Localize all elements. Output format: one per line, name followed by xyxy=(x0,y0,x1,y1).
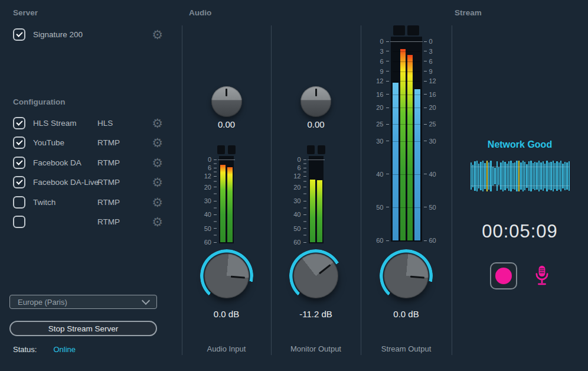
waveform-bar xyxy=(510,161,511,191)
meter-bar xyxy=(227,160,233,242)
meter-fill xyxy=(227,165,233,242)
waveform-bar xyxy=(480,162,481,190)
meter-minor-tick xyxy=(303,235,306,236)
meter-minor-tick xyxy=(214,172,217,173)
waveform-bar xyxy=(564,162,566,190)
server-gear-icon[interactable]: ⚙ xyxy=(152,28,163,41)
meter-fill xyxy=(393,81,398,240)
meter-tick: 0 xyxy=(424,38,433,45)
config-checkbox-empty[interactable] xyxy=(13,216,25,228)
stream-panel: Network Good 00:05:09 xyxy=(452,0,588,371)
meter-zero-line xyxy=(308,160,325,160)
waveform-gridline xyxy=(471,186,570,186)
meter-bar xyxy=(317,160,322,242)
waveform-bar xyxy=(518,161,520,191)
meter-tick: 40 xyxy=(424,171,436,178)
audio-input-gain-knob[interactable] xyxy=(211,86,242,117)
meter-tick: 3 xyxy=(424,48,433,55)
waveform-gridline xyxy=(471,167,570,167)
channel-name-label: Stream Output xyxy=(361,344,452,353)
meter-tick: 12 xyxy=(293,173,306,180)
waveform-bar xyxy=(516,161,517,191)
meter-tick: 50 xyxy=(424,204,436,211)
meter-tick: 60 xyxy=(376,237,388,244)
meter-tick: 6 xyxy=(424,58,433,65)
config-checkbox-facebook-da-live[interactable] xyxy=(13,176,25,188)
config-checkbox-youtube[interactable] xyxy=(13,136,25,149)
status-value: Online xyxy=(53,345,76,354)
status-label: Status: xyxy=(13,345,37,354)
monitor-output-volume-knob[interactable] xyxy=(293,253,338,298)
monitor-output-gain-knob[interactable] xyxy=(300,86,331,117)
meter-tick: 9 xyxy=(380,68,388,75)
gear-icon[interactable]: ⚙ xyxy=(152,117,163,129)
config-checkbox-twitch[interactable] xyxy=(13,196,25,209)
meter-tick: 20 xyxy=(424,104,436,111)
meter-tick: 25 xyxy=(424,121,436,128)
monitor-output-volume-value: -11.2 dB xyxy=(271,309,361,319)
audio-input-volume-value: 0.0 dB xyxy=(182,309,271,319)
meter-tick: 16 xyxy=(376,91,388,98)
meter-tick: 0 xyxy=(208,156,217,163)
config-label: Twitch xyxy=(33,198,55,207)
meter-tick: 0 xyxy=(297,156,306,163)
knob-pointer xyxy=(211,86,242,117)
stop-stream-server-button[interactable]: Stop Stream Server xyxy=(9,321,157,336)
audio-input-gain-value: 0.00 xyxy=(182,119,271,129)
monitor-output-gain-value: 0.00 xyxy=(271,119,361,129)
meter-tick: 0 xyxy=(380,38,388,45)
meter-bar xyxy=(220,160,226,242)
gear-icon[interactable]: ⚙ xyxy=(152,136,163,149)
audio-input-volume-knob[interactable] xyxy=(204,253,249,298)
config-protocol: HLS xyxy=(97,119,113,128)
meter-fill xyxy=(220,163,226,242)
config-checkbox-facebook-da[interactable] xyxy=(13,157,25,169)
region-select[interactable]: Europe (Paris) xyxy=(9,295,157,309)
meter-tick: 20 xyxy=(376,104,388,111)
meter-minor-tick xyxy=(303,164,306,164)
server-device-label: Signature 200 xyxy=(33,30,83,39)
waveform-bar xyxy=(482,161,484,191)
knob-pointer xyxy=(202,252,250,300)
meter-fill xyxy=(400,47,406,240)
meter-tick: 60 xyxy=(204,239,217,246)
clip-indicators xyxy=(217,145,236,154)
config-checkbox-hls-stream[interactable] xyxy=(13,117,25,129)
channel-name-label: Monitor Output xyxy=(271,344,361,353)
meter-gridline xyxy=(393,61,420,62)
gear-icon[interactable]: ⚙ xyxy=(152,196,163,209)
stream-timer: 00:05:09 xyxy=(452,221,588,242)
config-row-empty: RTMP⚙ xyxy=(13,214,163,230)
gear-icon[interactable]: ⚙ xyxy=(152,216,163,228)
waveform-bar xyxy=(530,161,531,191)
microphone-button[interactable] xyxy=(534,261,550,291)
config-protocol: RTMP xyxy=(97,217,120,226)
meter-tick: 30 xyxy=(376,138,388,145)
meter-tick: 40 xyxy=(376,171,388,178)
meter-tick: 6 xyxy=(208,164,217,171)
waveform-bar xyxy=(553,161,554,191)
meter-tick: 50 xyxy=(293,225,306,232)
config-label: Facebook DA-Live xyxy=(33,178,99,187)
meter-gridline xyxy=(393,95,420,95)
config-protocol: RTMP xyxy=(97,178,120,187)
meter-fill xyxy=(317,178,322,242)
gear-icon[interactable]: ⚙ xyxy=(152,176,163,188)
meter-tick: 30 xyxy=(293,197,306,204)
meter-gridline xyxy=(393,174,420,175)
clip-indicators xyxy=(307,145,325,154)
waveform-bar xyxy=(546,161,547,191)
channel-audio-input: 0.00 06122030405060 0.0 dB Audio Input xyxy=(182,0,271,371)
server-section-title: Server xyxy=(13,8,38,17)
server-checkbox[interactable] xyxy=(13,28,25,41)
gear-icon[interactable]: ⚙ xyxy=(152,157,163,169)
meter-tick: 60 xyxy=(293,239,306,246)
config-row-hls-stream: HLS StreamHLS⚙ xyxy=(13,115,163,131)
meter-gridline xyxy=(393,141,420,142)
waveform-bar xyxy=(504,162,505,190)
waveform-bar xyxy=(556,161,557,190)
config-label: Facebook DA xyxy=(33,158,81,167)
meter-tick: 3 xyxy=(380,48,388,55)
stream-output-volume-knob[interactable] xyxy=(384,253,429,298)
record-button[interactable] xyxy=(490,262,517,289)
